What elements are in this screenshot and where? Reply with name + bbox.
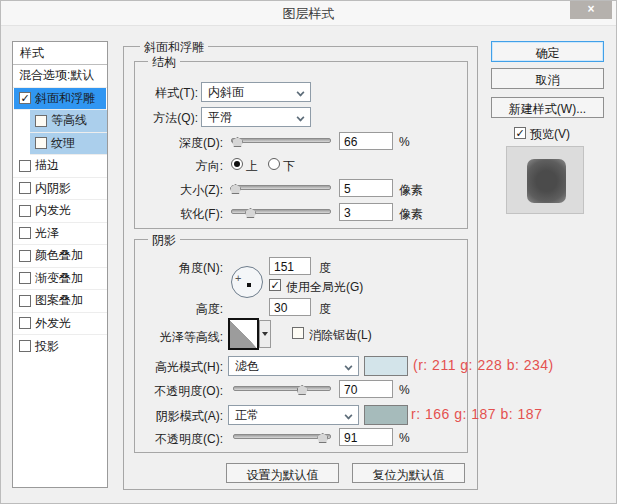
structure-group-title: 结构 [148, 54, 180, 71]
highlight-color-swatch[interactable] [364, 356, 408, 376]
new-style-button[interactable]: 新建样式(W)... [491, 97, 604, 118]
slider-track[interactable] [233, 386, 331, 391]
shadow-color-note: r: 166 g: 187 b: 187 [411, 406, 542, 422]
sidebar-item-inner-shadow[interactable]: 内阴影 [13, 178, 107, 201]
contour-dropdown-arrow-icon[interactable] [259, 320, 271, 348]
depth-slider[interactable] [231, 136, 331, 147]
preview-checkbox[interactable] [514, 127, 526, 139]
sidebar-item-label: 外发光 [35, 315, 71, 332]
direction-down-label: 下 [283, 158, 295, 175]
technique-dropdown[interactable]: 平滑 [201, 107, 311, 127]
soften-unit: 像素 [399, 206, 423, 223]
sidebar-item-label: 斜面和浮雕 [35, 90, 95, 107]
checkbox-satin[interactable] [19, 227, 31, 239]
sidebar-item-pattern-overlay[interactable]: 图案叠加 [13, 290, 107, 313]
slider-track[interactable] [231, 185, 331, 190]
size-label: 大小(Z): [123, 182, 223, 198]
gloss-contour-picker[interactable] [228, 318, 271, 350]
checkbox-stroke[interactable] [19, 160, 31, 172]
contour-thumbnail-icon[interactable] [228, 318, 259, 350]
soften-input[interactable] [339, 203, 393, 221]
checkbox-texture[interactable] [35, 137, 47, 149]
checkbox-inner-shadow[interactable] [19, 182, 31, 194]
preview-label: 预览(V) [530, 126, 570, 143]
angle-label: 角度(N): [123, 260, 223, 276]
technique-label: 方法(Q): [123, 110, 198, 126]
checkbox-color-overlay[interactable] [19, 250, 31, 262]
sidebar-item-stroke[interactable]: 描边 [13, 155, 107, 178]
sidebar-item-contour[interactable]: 等高线 [30, 110, 107, 133]
altitude-unit: 度 [319, 301, 331, 318]
reset-default-button[interactable]: 复位为默认值 [352, 463, 465, 483]
shadow-mode-label: 阴影模式(A): [123, 408, 223, 424]
sidebar-item-bevel-emboss[interactable]: 斜面和浮雕 [14, 88, 106, 111]
direction-down-radio[interactable] [268, 158, 280, 170]
highlight-mode-label: 高光模式(H): [123, 359, 223, 375]
sidebar-item-label: 描边 [35, 157, 59, 174]
cancel-button[interactable]: 取消 [491, 68, 604, 89]
antialias-checkbox[interactable] [292, 327, 304, 339]
shading-group-title: 阴影 [148, 232, 180, 249]
sidebar-item-satin[interactable]: 光泽 [13, 223, 107, 246]
style-dropdown[interactable]: 内斜面 [201, 82, 311, 102]
sidebar-item-label: 渐变叠加 [35, 270, 83, 287]
checkbox-outer-glow[interactable] [19, 317, 31, 329]
sidebar-item-label: 等高线 [51, 112, 87, 129]
angle-dial-dot [247, 283, 251, 287]
preview-bevel-swatch [527, 159, 566, 203]
sidebar-item-outer-glow[interactable]: 外发光 [13, 313, 107, 336]
soften-slider[interactable] [231, 207, 331, 218]
shadow-opacity-slider[interactable] [233, 432, 331, 443]
checkbox-bevel-emboss[interactable] [19, 92, 31, 104]
highlight-mode-dropdown[interactable]: 滤色 [228, 356, 359, 376]
sidebar-item-color-overlay[interactable]: 颜色叠加 [13, 245, 107, 268]
size-unit: 像素 [399, 182, 423, 199]
sidebar-item-label: 颜色叠加 [35, 247, 83, 264]
sidebar-item-drop-shadow[interactable]: 投影 [13, 335, 107, 358]
make-default-button[interactable]: 设置为默认值 [226, 463, 339, 483]
altitude-input[interactable] [269, 298, 311, 316]
sidebar-item-gradient-overlay[interactable]: 渐变叠加 [13, 268, 107, 291]
dialog-title: 图层样式 [1, 5, 616, 23]
depth-input[interactable] [339, 132, 393, 150]
sidebar-item-texture[interactable]: 纹理 [30, 133, 107, 156]
highlight-opacity-label: 不透明度(O): [123, 383, 223, 399]
sidebar-item-blending-options[interactable]: 混合选项:默认 [13, 65, 107, 88]
highlight-opacity-slider[interactable] [233, 384, 331, 395]
slider-track[interactable] [233, 434, 331, 439]
chevron-down-icon [345, 363, 353, 371]
layer-style-dialog: 图层样式 × 样式 混合选项:默认 斜面和浮雕 等高线 纹理 描边 内阴影 内发… [0, 0, 617, 504]
sidebar-item-label: 投影 [35, 338, 59, 355]
shadow-color-swatch[interactable] [364, 405, 408, 425]
chevron-down-icon [345, 412, 353, 420]
highlight-opacity-input[interactable] [339, 380, 393, 398]
close-button[interactable]: × [570, 1, 612, 19]
size-input[interactable] [339, 179, 393, 197]
style-value: 内斜面 [208, 84, 244, 101]
slider-track[interactable] [231, 138, 331, 143]
checkbox-pattern-overlay[interactable] [19, 295, 31, 307]
checkbox-drop-shadow[interactable] [19, 340, 31, 352]
angle-unit: 度 [319, 260, 331, 277]
chevron-down-icon [297, 89, 305, 97]
highlight-mode-value: 滤色 [235, 358, 259, 375]
ok-button[interactable]: 确定 [491, 41, 604, 62]
highlight-opacity-unit: % [399, 383, 410, 397]
direction-label: 方向: [123, 158, 223, 174]
chevron-down-icon [297, 114, 305, 122]
style-preview-thumbnail [506, 146, 584, 214]
angle-input[interactable] [269, 257, 311, 275]
shadow-mode-dropdown[interactable]: 正常 [228, 405, 359, 425]
angle-dial[interactable]: + [231, 266, 263, 298]
shadow-opacity-label: 不透明度(C): [123, 431, 223, 447]
sidebar-item-inner-glow[interactable]: 内发光 [13, 200, 107, 223]
global-light-label: 使用全局光(G) [286, 279, 363, 296]
checkbox-inner-glow[interactable] [19, 205, 31, 217]
direction-up-radio[interactable] [231, 158, 243, 170]
direction-up-label: 上 [246, 158, 258, 175]
size-slider[interactable] [231, 183, 331, 194]
shadow-opacity-input[interactable] [339, 428, 393, 446]
checkbox-contour[interactable] [35, 115, 47, 127]
checkbox-gradient-overlay[interactable] [19, 272, 31, 284]
global-light-checkbox[interactable] [269, 279, 281, 291]
